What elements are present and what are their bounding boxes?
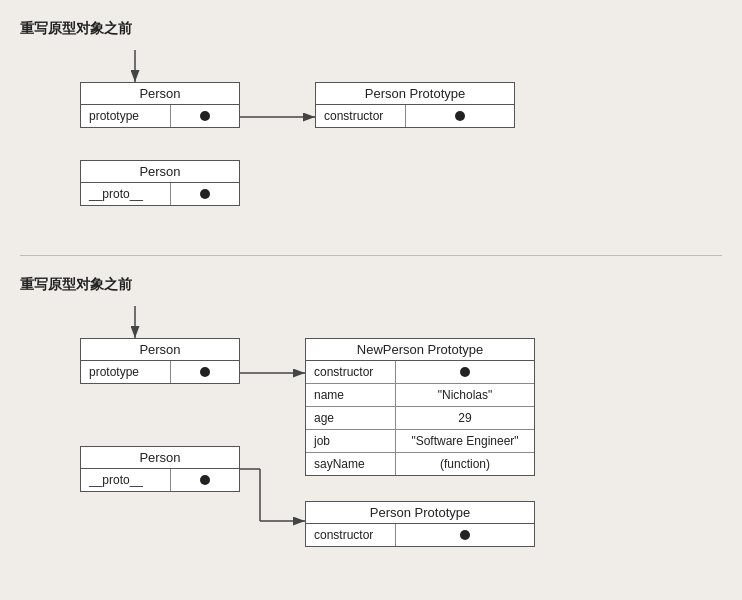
person-box-1-title: Person xyxy=(81,83,239,105)
newperson-label-4: sayName xyxy=(306,453,396,475)
newperson-val-1: "Nicholas" xyxy=(396,384,534,406)
newperson-row-3: job "Software Engineer" xyxy=(306,430,534,453)
person-proto-box-1-row1: __proto__ xyxy=(81,183,239,205)
person-proto-box-1-dot xyxy=(171,183,239,205)
person-prototype-box-1-title: Person Prototype xyxy=(316,83,514,105)
newperson-row-4: sayName (function) xyxy=(306,453,534,475)
person-box-1-row1: prototype xyxy=(81,105,239,127)
section-2: 重写原型对象之前 xyxy=(20,266,722,581)
person-proto-box-1-label: __proto__ xyxy=(81,183,171,205)
newperson-val-2: 29 xyxy=(396,407,534,429)
person-proto-box-2: Person __proto__ xyxy=(80,446,240,492)
diagram-2: Person prototype NewPerson Prototype con… xyxy=(20,306,722,566)
person-prototype-box-1-row1: constructor xyxy=(316,105,514,127)
person-prototype-box-2-label: constructor xyxy=(306,524,396,546)
newperson-label-2: age xyxy=(306,407,396,429)
person-prototype-box-1: Person Prototype constructor xyxy=(315,82,515,128)
person-proto-box-2-label: __proto__ xyxy=(81,469,171,491)
person-box-1-label: prototype xyxy=(81,105,171,127)
newperson-label-1: name xyxy=(306,384,396,406)
newperson-prototype-title: NewPerson Prototype xyxy=(306,339,534,361)
section1-title: 重写原型对象之前 xyxy=(20,20,722,38)
newperson-prototype-box: NewPerson Prototype constructor name "Ni… xyxy=(305,338,535,476)
person-prototype-box-2-title: Person Prototype xyxy=(306,502,534,524)
section2-title: 重写原型对象之前 xyxy=(20,276,722,294)
person-box-2: Person prototype xyxy=(80,338,240,384)
person-proto-box-2-dot xyxy=(171,469,239,491)
newperson-val-4: (function) xyxy=(396,453,534,475)
person-proto-box-1: Person __proto__ xyxy=(80,160,240,206)
newperson-row-0: constructor xyxy=(306,361,534,384)
person-proto-box-2-title: Person xyxy=(81,447,239,469)
newperson-label-0: constructor xyxy=(306,361,396,383)
section-1: 重写原型对象之前 Person prototype xyxy=(20,10,722,235)
person-box-2-label: prototype xyxy=(81,361,171,383)
person-prototype-box-1-dot xyxy=(406,105,514,127)
newperson-val-3: "Software Engineer" xyxy=(396,430,534,452)
person-box-1-dot xyxy=(171,105,239,127)
newperson-row-1: name "Nicholas" xyxy=(306,384,534,407)
diagram-1: Person prototype Person Prototype constr… xyxy=(20,50,722,220)
person-proto-box-2-row1: __proto__ xyxy=(81,469,239,491)
person-proto-box-1-title: Person xyxy=(81,161,239,183)
person-prototype-box-2: Person Prototype constructor xyxy=(305,501,535,547)
person-box-2-dot xyxy=(171,361,239,383)
person-box-1: Person prototype xyxy=(80,82,240,128)
person-box-2-title: Person xyxy=(81,339,239,361)
newperson-val-0 xyxy=(396,361,534,383)
person-prototype-box-2-row1: constructor xyxy=(306,524,534,546)
person-prototype-box-1-label: constructor xyxy=(316,105,406,127)
newperson-label-3: job xyxy=(306,430,396,452)
person-box-2-row1: prototype xyxy=(81,361,239,383)
section-divider xyxy=(20,255,722,256)
person-prototype-box-2-dot xyxy=(396,524,534,546)
newperson-row-2: age 29 xyxy=(306,407,534,430)
